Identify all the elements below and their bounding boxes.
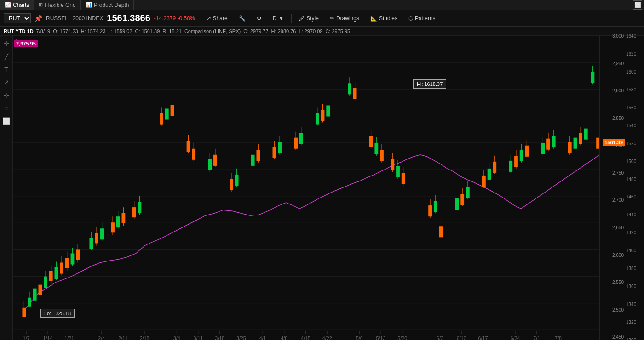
line-tool[interactable]: ╱ bbox=[1, 51, 12, 62]
svg-rect-142 bbox=[584, 129, 588, 140]
patterns-button[interactable]: ⬡ Patterns bbox=[405, 14, 439, 23]
crosshair-tool[interactable]: ✛ bbox=[1, 39, 12, 49]
svg-rect-124 bbox=[514, 156, 518, 167]
tools-button[interactable]: 🔧 bbox=[235, 14, 249, 23]
studies-icon: 📐 bbox=[370, 15, 377, 22]
svg-text:7/8: 7/8 bbox=[555, 335, 562, 340]
price-1360: 1360 bbox=[626, 284, 636, 289]
info-comp-open: O: 2979.77 bbox=[243, 28, 268, 34]
svg-text:2/18: 2/18 bbox=[140, 335, 150, 340]
info-comparison: Comparison (LINE, SPX) bbox=[184, 28, 241, 34]
svg-rect-146 bbox=[596, 138, 599, 149]
text-tool[interactable]: T bbox=[1, 64, 12, 74]
price-1600: 1600 bbox=[626, 69, 636, 74]
style-button[interactable]: 🖊 Style bbox=[295, 14, 322, 23]
svg-rect-126 bbox=[520, 150, 523, 161]
price-1300: 1300 bbox=[626, 338, 636, 340]
svg-rect-42 bbox=[111, 222, 115, 232]
price-1380: 1380 bbox=[626, 266, 636, 271]
svg-rect-66 bbox=[230, 179, 233, 190]
symbol-name: RUSSELL 2000 INDEX bbox=[46, 15, 103, 22]
info-high: H: 1574.23 bbox=[81, 28, 106, 34]
maximize-button[interactable]: ⬜ bbox=[633, 0, 642, 10]
svg-text:2/4: 2/4 bbox=[98, 335, 105, 340]
price-1500: 1500 bbox=[626, 159, 636, 164]
x-ticks bbox=[26, 331, 558, 334]
svg-rect-128 bbox=[525, 146, 529, 157]
svg-text:6/17: 6/17 bbox=[478, 335, 488, 340]
symbol-select[interactable]: RUT bbox=[4, 13, 31, 23]
settings-icon: ⚙ bbox=[257, 15, 262, 22]
price-1320: 1320 bbox=[626, 319, 636, 324]
d-button[interactable]: D ▼ bbox=[269, 14, 288, 23]
tools-icon: 🔧 bbox=[239, 15, 246, 22]
tab-charts[interactable]: 📈 Charts bbox=[0, 0, 34, 10]
price-2700: 2,700 bbox=[612, 198, 624, 203]
tab-product-depth-label: Product Depth bbox=[94, 2, 129, 8]
svg-rect-78 bbox=[294, 138, 298, 149]
symbol-price: 1561.3866 bbox=[107, 13, 150, 23]
price-1580: 1580 bbox=[626, 87, 636, 92]
price-2550: 2,550 bbox=[612, 280, 624, 285]
svg-rect-144 bbox=[591, 72, 595, 83]
svg-text:6/3: 6/3 bbox=[437, 335, 443, 340]
svg-rect-18 bbox=[33, 289, 37, 301]
svg-rect-22 bbox=[44, 277, 47, 288]
price-1460: 1460 bbox=[626, 194, 636, 199]
svg-rect-26 bbox=[55, 267, 58, 279]
svg-rect-106 bbox=[434, 201, 437, 212]
svg-text:4/22: 4/22 bbox=[322, 335, 332, 340]
svg-rect-114 bbox=[466, 187, 470, 198]
drawings-button[interactable]: ✏ Drawings bbox=[326, 14, 363, 23]
left-toolbar: ✛ ╱ T ↗ ⊹ ≡ ⬜ bbox=[0, 36, 13, 340]
price-3000: 3,000 bbox=[612, 34, 624, 39]
svg-rect-62 bbox=[208, 159, 212, 170]
share-button[interactable]: ↗ Share bbox=[203, 14, 231, 23]
svg-rect-48 bbox=[132, 207, 136, 217]
price-1560: 1560 bbox=[626, 105, 636, 110]
tab-product-depth[interactable]: 📊 Product Depth bbox=[81, 0, 134, 10]
measure-tool[interactable]: ⊹ bbox=[1, 90, 12, 100]
svg-text:4/8: 4/8 bbox=[281, 335, 288, 340]
info-date: 7/8/19 bbox=[36, 28, 51, 34]
style-icon: 🖊 bbox=[299, 15, 305, 22]
svg-rect-140 bbox=[579, 133, 582, 144]
svg-rect-138 bbox=[574, 138, 577, 149]
svg-text:2/11: 2/11 bbox=[118, 335, 128, 340]
price-1640: 1640 bbox=[626, 34, 636, 39]
chart-wrapper: ✛ ╱ T ↗ ⊹ ≡ ⬜ ℹ 2,975.95 Hi: 1618.37 Lo:… bbox=[0, 36, 644, 340]
svg-rect-132 bbox=[546, 139, 550, 150]
info-comp-high: H: 2980.76 bbox=[271, 28, 296, 34]
svg-rect-36 bbox=[89, 238, 93, 249]
chart-canvas[interactable]: ℹ 2,975.95 Hi: 1618.37 Lo: 1325.18 bbox=[13, 36, 599, 340]
svg-rect-64 bbox=[213, 155, 217, 166]
price-1520: 1520 bbox=[626, 141, 636, 146]
tab-flexible-grid[interactable]: ⊞ Flexible Grid bbox=[34, 0, 80, 10]
settings-button[interactable]: ⚙ bbox=[253, 14, 265, 23]
svg-rect-70 bbox=[251, 155, 255, 166]
svg-text:1/21: 1/21 bbox=[64, 335, 74, 340]
svg-text:3/4: 3/4 bbox=[173, 335, 180, 340]
price-2900: 2,900 bbox=[612, 88, 624, 93]
arrow-tool[interactable]: ↗ bbox=[1, 77, 12, 87]
price-2650: 2,650 bbox=[612, 225, 624, 230]
info-low: L: 1559.02 bbox=[108, 28, 132, 34]
price-1420: 1420 bbox=[626, 230, 636, 235]
info-symbol: RUT YTD 1D bbox=[4, 28, 34, 34]
svg-rect-56 bbox=[171, 105, 174, 116]
svg-text:1/7: 1/7 bbox=[23, 335, 30, 340]
symbol-bar: RUT 📌 RUSSELL 2000 INDEX 1561.3866 -14.2… bbox=[0, 10, 644, 27]
info-close: C: 1561.39 bbox=[135, 28, 160, 34]
chart-svg: 1/7 1/14 1/21 2/4 2/11 2/18 3/4 3/11 3/1… bbox=[13, 36, 599, 340]
charts-icon: 📈 bbox=[5, 2, 11, 8]
svg-text:3/18: 3/18 bbox=[215, 335, 224, 340]
rect-tool[interactable]: ⬜ bbox=[1, 116, 12, 126]
svg-rect-34 bbox=[76, 249, 80, 260]
svg-rect-120 bbox=[493, 162, 496, 173]
patterns-label: Patterns bbox=[415, 15, 436, 22]
fib-tool[interactable]: ≡ bbox=[1, 103, 12, 113]
svg-rect-28 bbox=[60, 262, 63, 273]
studies-button[interactable]: 📐 Studies bbox=[367, 14, 401, 23]
svg-text:4/1: 4/1 bbox=[259, 335, 266, 340]
svg-rect-108 bbox=[439, 226, 443, 237]
